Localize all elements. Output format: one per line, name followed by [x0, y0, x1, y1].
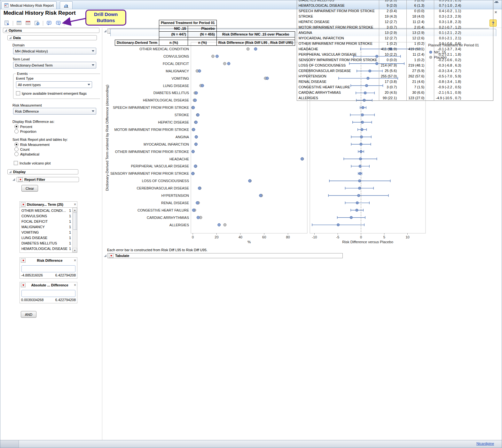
- table-row[interactable]: MOTOR IMPAIRMENT FROM PRIOR STROKE3 (0.7…: [297, 24, 493, 30]
- filter-list-item[interactable]: LUNG DISEASE1: [20, 235, 72, 240]
- nic-point[interactable]: [266, 77, 269, 80]
- nic-point[interactable]: [227, 62, 230, 65]
- table-row[interactable]: ALLERGIES99 (22.1)123 (27.0)-4.9 (-10.5 …: [297, 95, 493, 101]
- nic-point[interactable]: [192, 172, 194, 175]
- table-row[interactable]: HYPERTENSION255 (57.0)262 (57.6)-0.5 (-7…: [297, 73, 493, 79]
- risk-diff-point[interactable]: [359, 165, 361, 167]
- red-triangle-menu-icon[interactable]: [21, 283, 26, 287]
- nic-point[interactable]: [196, 201, 199, 204]
- close-icon[interactable]: ×: [494, 9, 497, 15]
- red-triangle-menu-icon[interactable]: [21, 202, 26, 207]
- tab-medical-history-risk-report[interactable]: Medical History Risk Report: [1, 1, 57, 9]
- table-row[interactable]: CARDIAC ARRHYTHMIAS20 (4.5)30 (6.6)-2.1 …: [297, 90, 493, 95]
- checkbox-icon[interactable]: [16, 91, 20, 95]
- filter-list-item[interactable]: VOMITING1: [20, 229, 72, 235]
- collapse-triangle-icon[interactable]: [104, 30, 106, 32]
- placebo-point[interactable]: [247, 48, 249, 51]
- table-row[interactable]: OTHER IMPAIRMENT FROM PRIOR STROKE1 (0.2…: [297, 41, 493, 46]
- nic-point[interactable]: [248, 180, 251, 182]
- risk-diff-point[interactable]: [361, 114, 364, 116]
- placebo-point[interactable]: [223, 62, 226, 65]
- nic-point[interactable]: [301, 157, 303, 160]
- nic-point[interactable]: [197, 216, 200, 219]
- radio-risk-measurement[interactable]: Risk Measurement: [14, 142, 100, 147]
- close-filter-icon[interactable]: ×: [74, 259, 76, 262]
- close-filter-icon[interactable]: ×: [74, 203, 76, 206]
- risk-diff-point[interactable]: [359, 158, 362, 160]
- table-row[interactable]: LOSS OF CONSCIOUSNESS214 (47.9)219 (48.1…: [297, 62, 493, 68]
- nic-point[interactable]: [198, 69, 201, 72]
- collapse-triangle-icon[interactable]: [104, 254, 106, 257]
- radio-icon[interactable]: [14, 152, 19, 156]
- risk-diff-point[interactable]: [361, 128, 363, 131]
- clear-button[interactable]: Clear: [21, 185, 38, 192]
- table-row[interactable]: SENSORY IMPAIRMENT FROM PRIOR STROKE0 (0…: [297, 57, 493, 62]
- nic-point[interactable]: [259, 194, 262, 197]
- nic-point[interactable]: [192, 209, 195, 212]
- radio-icon[interactable]: [14, 142, 19, 147]
- risk-diff-point[interactable]: [360, 136, 363, 138]
- radio-icon[interactable]: [14, 129, 19, 133]
- range-slider[interactable]: [21, 265, 75, 272]
- table-row[interactable]: HEPATIC DISEASE12 (2.7)11 (2.4)0.3 (-1.8…: [297, 19, 493, 24]
- table-row[interactable]: DIABETES MELLITUS13 (2.9)9 (2.0)0.9 (-1.…: [297, 0, 493, 3]
- radio-icon[interactable]: [14, 124, 19, 129]
- table-row[interactable]: CONGESTIVE HEART FAILURE3 (0.7)7 (1.5)-0…: [297, 84, 493, 90]
- risk-diff-point[interactable]: [357, 194, 360, 197]
- nic-point[interactable]: [195, 135, 198, 138]
- nic-point[interactable]: [201, 84, 204, 87]
- risk-diff-point[interactable]: [360, 150, 362, 153]
- table-row[interactable]: PERIPHERAL VASCULAR DISEASE10 (2.2)11 (2…: [297, 52, 493, 57]
- risk-diff-point[interactable]: [359, 172, 361, 175]
- collapse-triangle-icon[interactable]: [12, 178, 15, 181]
- nic-point[interactable]: [192, 106, 195, 109]
- radio-icon[interactable]: [14, 147, 19, 151]
- summary-table-button[interactable]: [24, 19, 32, 27]
- red-triangle-menu-icon[interactable]: [21, 258, 26, 263]
- radio-proportion[interactable]: Proportion: [14, 129, 100, 134]
- risk-diff-point[interactable]: [358, 187, 361, 189]
- data-table-button[interactable]: [15, 19, 23, 27]
- panel-splitter[interactable]: [102, 28, 102, 440]
- nic-point[interactable]: [192, 128, 195, 131]
- ignore-flags-checkbox-row[interactable]: Ignore available treatment emergent flag…: [16, 91, 98, 96]
- filter-list-item[interactable]: DIABETES MELLITUS1: [20, 240, 72, 246]
- filter-list-item[interactable]: CONVULSIONS1: [20, 213, 72, 219]
- radio-count[interactable]: Count: [14, 147, 100, 152]
- placebo-point[interactable]: [211, 55, 214, 58]
- risk-diff-point[interactable]: [361, 121, 364, 124]
- and-button[interactable]: AND: [21, 311, 36, 318]
- table-row[interactable]: CEREBROVASCULAR DISEASE25 (5.6)27 (5.9)-…: [297, 68, 493, 73]
- nic-point[interactable]: [196, 114, 199, 116]
- radio-alphabetical[interactable]: Alphabetical: [14, 152, 100, 156]
- journal-button[interactable]: [33, 19, 41, 27]
- placebo-point[interactable]: [224, 223, 226, 226]
- nic-point[interactable]: [194, 99, 197, 102]
- filter-list-item[interactable]: MALIGNANCY1: [20, 224, 72, 229]
- nic-point[interactable]: [216, 55, 218, 58]
- nic-point[interactable]: [192, 150, 194, 153]
- collapse-triangle-icon[interactable]: [9, 171, 12, 173]
- risk-diff-point[interactable]: [356, 209, 358, 212]
- range-slider[interactable]: [21, 290, 75, 297]
- checkbox-icon[interactable]: [14, 161, 18, 165]
- scroll-up-icon[interactable]: ▲: [73, 208, 77, 212]
- term-level-select[interactable]: Dictionary-Derived Term: [13, 62, 96, 68]
- filter-list-item[interactable]: HEMATOLOGICAL DISEASE1: [20, 246, 72, 251]
- table-row[interactable]: MYOCARDIAL INFARCTION12 (2.7)12 (2.6)0.0…: [297, 35, 493, 41]
- nic-point[interactable]: [195, 143, 198, 146]
- scrollbar-thumb[interactable]: [73, 212, 77, 230]
- nic-point[interactable]: [218, 223, 221, 226]
- red-triangle-menu-icon[interactable]: [18, 177, 23, 182]
- risk-measurement-select[interactable]: Risk Difference: [13, 108, 96, 115]
- collapse-triangle-icon[interactable]: [9, 36, 12, 39]
- risk-diff-point[interactable]: [360, 143, 362, 146]
- collapse-triangle-icon[interactable]: [4, 29, 7, 32]
- volcano-checkbox-row[interactable]: Include volcano plot: [14, 161, 100, 165]
- study-link[interactable]: Nicardipine: [476, 442, 494, 445]
- filter-list-item[interactable]: OTHER MEDICAL CONDITI...1: [20, 208, 72, 213]
- nic-point[interactable]: [195, 121, 198, 124]
- scrollbar[interactable]: ▲ ▼: [72, 208, 77, 252]
- table-row[interactable]: RENAL DISEASE17 (3.8)21 (4.6)-0.8 (-3.4 …: [297, 79, 493, 84]
- nic-point[interactable]: [198, 187, 201, 190]
